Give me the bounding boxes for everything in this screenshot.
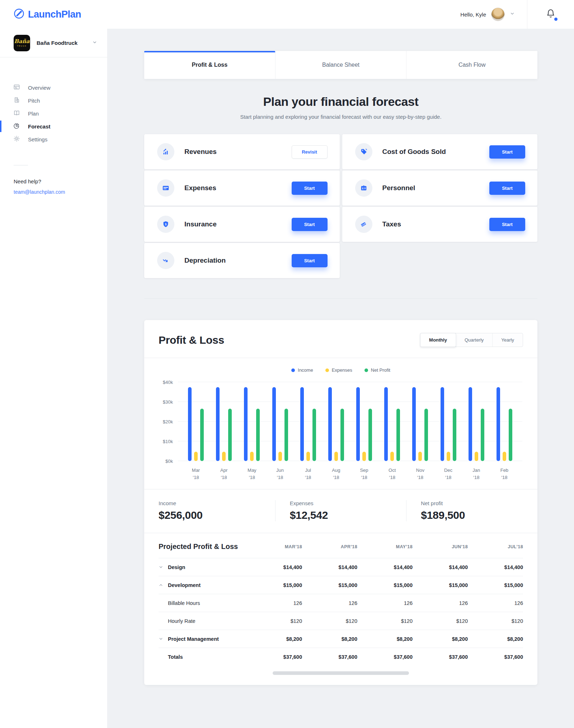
bar-income <box>441 387 444 461</box>
bar-net-profit <box>312 409 316 461</box>
summary-label: Income <box>159 500 275 506</box>
card-taxes: TAXTaxesStart <box>342 207 538 242</box>
table-cell: $120 <box>247 618 302 624</box>
chevron-down-icon[interactable] <box>159 565 164 569</box>
bar-group-aug <box>328 382 344 461</box>
x-axis-label: Jul‘18 <box>300 467 316 481</box>
chart-legend: IncomeExpensesNet Profit <box>159 367 522 373</box>
brand-logo[interactable]: LaunchPlan <box>0 8 108 20</box>
bar-net-profit <box>396 409 400 461</box>
start-button[interactable]: Start <box>489 145 525 159</box>
card-revenues: RevenuesRevisit <box>144 134 340 169</box>
bar-group-sep <box>356 382 372 461</box>
start-button[interactable]: Start <box>292 218 328 231</box>
profit-loss-panel: Profit & Loss MonthlyQuarterlyYearly Inc… <box>144 320 537 685</box>
table-row-development: Development$15,000$15,000$15,000$15,000$… <box>159 576 523 594</box>
forecast-step-cards: RevenuesRevisitCost of Goods SoldStartEx… <box>144 134 537 278</box>
sidebar-item-label: Overview <box>28 85 51 91</box>
card-title: Expenses <box>184 184 292 192</box>
legend-label: Net Profit <box>371 367 390 373</box>
x-axis-label: Sep‘18 <box>356 467 372 481</box>
horizontal-scrollbar[interactable] <box>273 671 409 675</box>
summary-income: Income$256,000 <box>144 500 275 521</box>
row-label: Project Management <box>168 636 219 642</box>
help-email-link[interactable]: team@launchplan.com <box>14 189 65 195</box>
chevron-down-icon <box>92 40 97 46</box>
table-title: Projected Profit & Loss <box>159 543 247 551</box>
table-cell: $8,200 <box>302 636 357 642</box>
table-cell: $14,400 <box>302 564 357 570</box>
sidebar-item-overview[interactable]: Overview <box>0 81 107 94</box>
summary-totals: Income$256,000Expenses$12,542Net profit$… <box>144 489 537 533</box>
table-cell: $15,000 <box>247 582 302 588</box>
tab-profit-loss[interactable]: Profit & Loss <box>144 51 275 79</box>
row-label: Totals <box>168 654 183 660</box>
pitch-icon <box>13 97 20 104</box>
bar-expenses <box>194 452 198 461</box>
toggle-quarterly[interactable]: Quarterly <box>456 333 492 347</box>
card-cost-of-goods-sold: Cost of Goods SoldStart <box>342 134 538 169</box>
x-axis-labels: Mar‘18Apr‘18May‘18Jun‘18Jul‘18Aug‘18Sep‘… <box>178 467 522 481</box>
legend-label: Income <box>298 367 313 373</box>
rocket-logo-icon <box>14 8 24 20</box>
bar-income <box>356 387 360 461</box>
settings-icon <box>13 135 20 143</box>
start-button[interactable]: Start <box>489 182 525 195</box>
chevron-up-icon[interactable] <box>159 583 164 587</box>
row-label: Development <box>168 582 201 588</box>
table-cell: 126 <box>302 600 357 606</box>
svg-text:$: $ <box>165 223 167 226</box>
sidebar-item-plan[interactable]: Plan <box>0 107 107 120</box>
sidebar-item-pitch[interactable]: Pitch <box>0 94 107 107</box>
table-cell: $8,200 <box>468 636 523 642</box>
sidebar-item-settings[interactable]: Settings <box>0 133 107 146</box>
start-button[interactable]: Start <box>489 218 525 231</box>
trend-down-icon <box>157 252 174 269</box>
sidebar-item-forecast[interactable]: Forecast <box>0 120 107 133</box>
table-cell: 126 <box>413 600 468 606</box>
start-button[interactable]: Start <box>292 254 328 267</box>
company-logo-text: Baña <box>14 39 29 44</box>
top-header: LaunchPlan Hello, Kyle <box>0 0 574 29</box>
y-axis-tick: $0k <box>165 459 173 464</box>
bar-net-profit <box>228 409 232 461</box>
summary-net-profit: Net profit$189,500 <box>406 500 537 521</box>
x-axis-label: Jun‘18 <box>272 467 288 481</box>
plan-icon <box>13 109 20 117</box>
summary-expenses: Expenses$12,542 <box>275 500 406 521</box>
y-axis-tick: $10k <box>163 439 173 444</box>
x-axis-label: Apr‘18 <box>216 467 232 481</box>
sidebar-item-label: Pitch <box>28 98 40 104</box>
price-tag-icon <box>355 143 372 160</box>
bar-expenses <box>334 452 338 461</box>
y-axis-tick: $20k <box>163 419 173 424</box>
table-cell: 126 <box>357 600 413 606</box>
table-cell: $15,000 <box>302 582 357 588</box>
card-depreciation: DepreciationStart <box>144 243 340 278</box>
toggle-monthly[interactable]: Monthly <box>420 333 456 347</box>
chevron-down-icon[interactable] <box>159 637 164 641</box>
start-button[interactable]: Start <box>292 182 328 195</box>
bar-net-profit <box>340 409 344 461</box>
company-selector[interactable]: Baña TRUCK Baña Foodtruck <box>0 29 107 57</box>
bar-net-profit <box>200 409 204 461</box>
tab-cash-flow[interactable]: Cash Flow <box>406 51 537 79</box>
tab-balance-sheet[interactable]: Balance Sheet <box>275 51 406 79</box>
bar-expenses <box>390 452 394 461</box>
bar-expenses <box>447 452 450 461</box>
table-cell: $14,400 <box>357 564 413 570</box>
table-cell: $14,400 <box>413 564 468 570</box>
toggle-yearly[interactable]: Yearly <box>492 333 523 347</box>
table-cell: $120 <box>302 618 357 624</box>
user-menu[interactable]: Hello, Kyle <box>460 8 527 21</box>
help-title: Need help? <box>14 178 107 184</box>
divider <box>144 298 537 299</box>
revisit-button[interactable]: Revisit <box>292 145 328 159</box>
table-cell: 126 <box>468 600 523 606</box>
notifications-button[interactable] <box>527 9 574 20</box>
table-cell: $120 <box>413 618 468 624</box>
credit-card-icon <box>157 179 174 197</box>
bar-income <box>469 387 472 461</box>
bar-net-profit <box>509 409 512 461</box>
x-axis-label: May‘18 <box>244 467 260 481</box>
